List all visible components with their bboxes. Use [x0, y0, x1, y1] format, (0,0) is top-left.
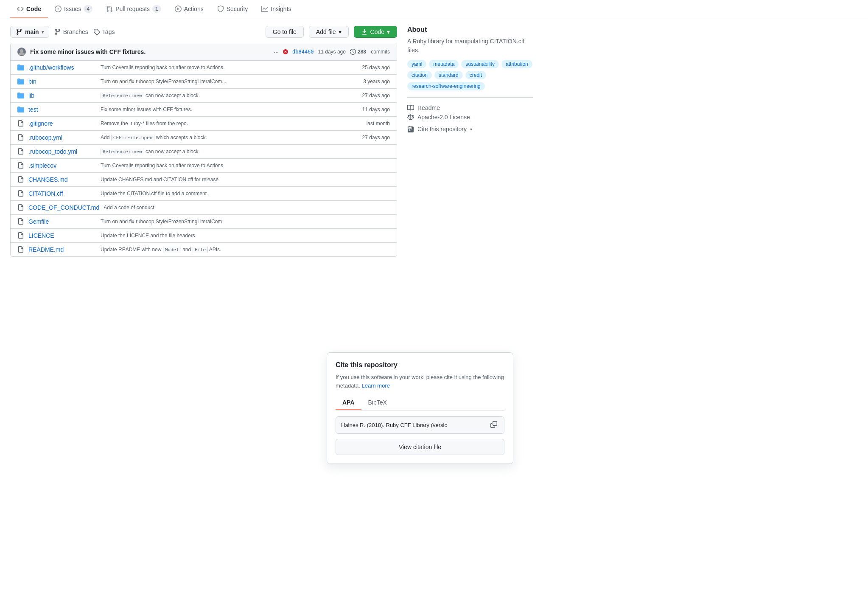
commit-header: Fix some minor issues with CFF fixtures.…	[11, 43, 397, 61]
file-name[interactable]: README.md	[28, 246, 96, 253]
divider	[407, 97, 533, 98]
file-name[interactable]: CITATION.cff	[28, 190, 96, 197]
file-commit: Add a code of conduct.	[104, 205, 347, 211]
file-name[interactable]: bin	[28, 78, 96, 85]
tag-yaml[interactable]: yaml	[407, 60, 426, 68]
avatar-img	[17, 48, 26, 56]
file-name[interactable]: .simplecov	[28, 162, 96, 169]
commit-time: 11 days ago	[318, 49, 346, 55]
file-name[interactable]: LICENCE	[28, 232, 96, 239]
file-icon	[17, 204, 24, 211]
tags-list: yaml metadata sustainability attribution…	[407, 60, 533, 90]
tags-icon	[93, 28, 100, 35]
nav-item-pr[interactable]: Pull requests 1	[99, 0, 168, 19]
license-label: Apache-2.0 License	[417, 114, 470, 121]
license-link[interactable]: Apache-2.0 License	[407, 114, 533, 121]
file-name[interactable]: test	[28, 106, 96, 113]
file-name[interactable]: lib	[28, 92, 96, 99]
left-column: main ▾ Branches Tags Go to file Add fil	[10, 26, 397, 257]
file-time: 25 days ago	[352, 65, 390, 70]
law-icon	[407, 114, 414, 121]
file-commit: Reference::new can now accept a block.	[101, 93, 347, 98]
nav-item-security[interactable]: Security	[210, 0, 255, 18]
svg-point-0	[20, 49, 23, 53]
file-icon	[17, 162, 24, 169]
file-commit: Update README with new Model and File AP…	[101, 247, 347, 253]
nav-issues-label: Issues	[64, 6, 81, 12]
sidebar-links: Readme Apache-2.0 License Cite this repo…	[407, 104, 533, 132]
branch-selector[interactable]: main ▾	[10, 26, 49, 38]
file-icon	[17, 148, 24, 155]
tag-research[interactable]: research-software-engineering	[407, 82, 485, 90]
file-commit: Reference::new can now accept a block.	[101, 149, 347, 155]
commit-count-num: 288	[358, 49, 366, 55]
file-row-gemfile: Gemfile Turn on and fix rubocop Style/Fr…	[11, 215, 397, 229]
code-btn-label: Code	[370, 28, 384, 35]
issue-icon	[55, 6, 62, 12]
file-row-licence: LICENCE Update the LICENCE and the file …	[11, 229, 397, 243]
file-name[interactable]: CODE_OF_CONDUCT.md	[28, 204, 99, 211]
file-row-test: test Fix some minor issues with CFF fixt…	[11, 103, 397, 117]
tag-standard[interactable]: standard	[434, 71, 463, 79]
nav-insights-label: Insights	[271, 6, 291, 12]
commit-count-label: commits	[371, 49, 390, 55]
file-table: Fix some minor issues with CFF fixtures.…	[10, 43, 397, 257]
nav-item-code[interactable]: Code	[10, 0, 48, 18]
file-icon	[17, 232, 24, 239]
nav-item-issues[interactable]: Issues 4	[48, 0, 99, 19]
file-time: last month	[352, 121, 390, 126]
cite-repository-button[interactable]: Cite this repository ▾	[407, 126, 533, 132]
folder-icon	[17, 64, 24, 71]
file-commit: Remove the .ruby-* files from the repo.	[101, 121, 347, 126]
tags-label: Tags	[102, 28, 115, 35]
cite-label: Cite this repository	[417, 126, 467, 132]
file-row-changes: CHANGES.md Update CHANGES.md and CITATIO…	[11, 173, 397, 187]
tag-sustainability[interactable]: sustainability	[461, 60, 499, 68]
about-section: About A Ruby library for manipulating CI…	[407, 26, 533, 90]
file-name[interactable]: .github/workflows	[28, 64, 96, 71]
file-name[interactable]: .gitignore	[28, 120, 96, 127]
tag-attribution[interactable]: attribution	[501, 60, 532, 68]
nav-item-insights[interactable]: Insights	[255, 0, 298, 18]
file-row-simplecov: .simplecov Turn Coveralls reporting back…	[11, 159, 397, 173]
about-title: About	[407, 26, 533, 34]
file-commit: Add CFF::File.open which accepts a block…	[101, 135, 347, 141]
goto-file-label: Go to file	[273, 28, 297, 35]
actions-icon	[175, 6, 182, 12]
add-file-label: Add file	[316, 28, 336, 35]
commit-sha[interactable]: db84460	[292, 49, 314, 55]
file-icon	[17, 134, 24, 141]
code-button[interactable]: Code ▾	[354, 26, 397, 38]
branches-link[interactable]: Branches	[54, 28, 88, 35]
file-name[interactable]: .rubocop_todo.yml	[28, 148, 96, 155]
goto-file-button[interactable]: Go to file	[266, 26, 304, 38]
tag-metadata[interactable]: metadata	[429, 60, 459, 68]
readme-link[interactable]: Readme	[407, 104, 533, 111]
code-icon	[17, 6, 24, 12]
branches-icon	[54, 28, 61, 35]
tags-link[interactable]: Tags	[93, 28, 115, 35]
file-row-lib: lib Reference::new can now accept a bloc…	[11, 89, 397, 103]
add-file-button[interactable]: Add file ▾	[309, 26, 349, 38]
file-name[interactable]: Gemfile	[28, 218, 96, 225]
file-row-rubocop: .rubocop.yml Add CFF::File.open which ac…	[11, 131, 397, 145]
about-description: A Ruby library for manipulating CITATION…	[407, 37, 533, 55]
file-commit: Update the LICENCE and the file headers.	[101, 233, 347, 239]
file-time: 27 days ago	[352, 135, 390, 141]
nav-item-actions[interactable]: Actions	[168, 0, 210, 18]
file-row-github-workflows: .github/workflows Turn Coveralls reporti…	[11, 61, 397, 75]
file-commit: Turn on and fix rubocop Style/FrozenStri…	[101, 219, 347, 225]
folder-icon	[17, 92, 24, 99]
commit-status	[283, 49, 288, 54]
tag-credit[interactable]: credit	[465, 71, 486, 79]
commit-dots-button[interactable]: ···	[274, 48, 279, 55]
file-name[interactable]: CHANGES.md	[28, 176, 96, 183]
commit-message: Fix some minor issues with CFF fixtures.	[30, 48, 269, 55]
add-file-chevron-icon: ▾	[339, 28, 342, 35]
fail-icon	[283, 49, 288, 54]
security-icon	[217, 6, 224, 12]
right-column: About A Ruby library for manipulating CI…	[407, 26, 533, 257]
tag-citation[interactable]: citation	[407, 71, 432, 79]
folder-icon	[17, 78, 24, 85]
file-name[interactable]: .rubocop.yml	[28, 134, 96, 141]
